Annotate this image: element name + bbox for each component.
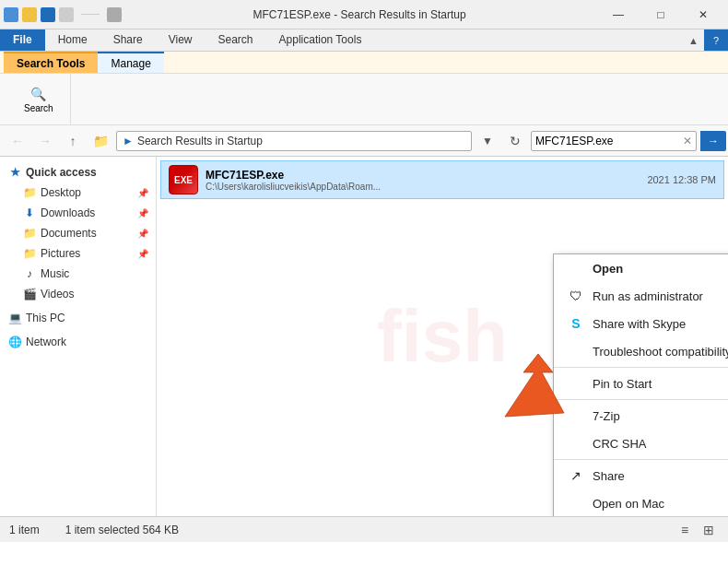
pc-icon: 💻 [7,311,22,325]
sidebar-header-quick-access[interactable]: ★ Quick access [0,162,156,183]
search-box[interactable]: ✕ [531,131,697,151]
sidebar-item-documents[interactable]: 📁 Documents 📌 [0,223,156,243]
up-button[interactable]: ↑ [61,129,85,153]
mac-icon [567,494,585,512]
forward-button[interactable]: → [33,129,57,153]
pictures-label: Pictures [41,247,80,260]
skype-icon: S [567,314,585,333]
sidebar-this-pc: 💻 This PC [0,308,156,328]
cm-troubleshoot-label: Troubleshoot compatibility [593,345,728,359]
window-controls: — □ ✕ [597,0,724,29]
status-bar: 1 item 1 item selected 564 KB ≡ ⊞ [0,516,728,542]
close-button[interactable]: ✕ [682,0,724,29]
cm-item-share[interactable]: ↗ Share [554,462,728,489]
tab-file[interactable]: File [0,29,45,51]
path-text: Search Results in Startup [137,135,263,147]
cm-run-admin-label: Run as administrator [593,289,703,303]
title-bar-icons [4,7,122,22]
sidebar-item-this-pc[interactable]: 💻 This PC [0,308,156,328]
folder-icon-documents: 📁 [22,226,37,241]
cm-sep-1 [554,367,728,368]
folder-icon-desktop: 📁 [22,185,37,200]
details-view-button[interactable]: ⊞ [699,520,719,540]
search-go-button[interactable]: → [700,131,726,151]
sidebar-item-desktop[interactable]: 📁 Desktop 📌 [0,183,156,203]
sidebar-item-network[interactable]: 🌐 Network [0,332,156,352]
cm-crc-sha-label: CRC SHA [593,437,647,451]
tab-share[interactable]: Share [100,29,156,51]
tab-search-tools[interactable]: Search Tools [4,52,98,73]
file-path: C:\Users\karolisliucveikis\AppData\Roam.… [205,182,640,192]
path-arrow: ► [123,135,134,147]
music-label: Music [41,267,69,280]
ribbon-secondary-tabs: Search Tools Manage [0,52,728,74]
pin-start-icon [567,374,585,393]
videos-label: Videos [41,288,74,300]
main-layout: ★ Quick access 📁 Desktop 📌 ⬇ Downloads 📌… [0,157,728,516]
sidebar-network: 🌐 Network [0,332,156,352]
minimize-button[interactable]: — [597,0,640,29]
sidebar-item-music[interactable]: ♪ Music [0,264,156,284]
search-clear-icon[interactable]: ✕ [683,135,692,147]
share-icon: ↗ [567,466,585,485]
cm-item-open-mac[interactable]: Open on Mac [554,489,728,516]
address-path[interactable]: ► Search Results in Startup [116,131,472,151]
pin-icon-downloads: 📌 [137,208,148,218]
file-item-mfc71esp[interactable]: EXE MFC71ESP.exe C:\Users\karolisliucvei… [160,160,724,199]
cm-item-pin-start[interactable]: Pin to Start [554,370,728,397]
downloads-label: Downloads [41,206,95,219]
address-dropdown[interactable]: ▼ [476,131,499,151]
collapse-btn[interactable]: ▲ [683,29,704,51]
path-icon: 📁 [88,129,112,153]
this-pc-label: This PC [26,312,65,324]
tab-home[interactable]: Home [45,29,100,51]
tab-view[interactable]: View [156,29,205,51]
open-icon [567,259,585,277]
pin-icon-documents: 📌 [137,229,148,239]
app-icon-3 [41,7,55,22]
network-label: Network [26,336,66,348]
tab-manage[interactable]: Manage [98,52,163,73]
desktop-label: Desktop [41,186,81,199]
cm-item-troubleshoot[interactable]: Troubleshoot compatibility [554,337,728,365]
troubleshoot-icon [567,342,585,360]
file-date: 2021 12:38 PM [647,174,716,185]
cm-item-run-admin[interactable]: 🛡 Run as administrator [554,282,728,310]
cm-item-7zip[interactable]: 7-Zip › [554,402,728,430]
tab-application-tools[interactable]: Application Tools [266,29,375,51]
context-menu: Open 🛡 Run as administrator S Share with… [553,253,728,516]
title-bar: MFC71ESP.exe - Search Results in Startup… [0,0,728,29]
refresh-button[interactable]: ↻ [503,131,527,151]
divider [81,14,100,15]
cm-share-skype-label: Share with Skype [593,317,686,331]
cm-sep-3 [554,459,728,460]
help-btn[interactable]: ? [704,29,728,51]
window-title: MFC71ESP.exe - Search Results in Startup [122,8,597,21]
tab-search[interactable]: Search [205,29,266,51]
watermark: fish [377,294,508,379]
tab-spacer [374,29,683,51]
folder-icon-pictures: 📁 [22,246,37,261]
7zip-icon [567,406,585,425]
list-view-button[interactable]: ≡ [675,520,695,540]
pin-icon-pictures: 📌 [137,249,148,259]
video-icon: 🎬 [22,287,37,301]
ribbon-btn-search[interactable]: 🔍 Search [18,83,59,115]
file-name: MFC71ESP.exe [205,169,640,182]
ribbon-group-search: 🔍 Search [7,74,71,124]
sidebar-item-pictures[interactable]: 📁 Pictures 📌 [0,243,156,264]
quick-access-label: Quick access [26,166,97,179]
documents-label: Documents [41,227,97,240]
cm-item-share-skype[interactable]: S Share with Skype [554,310,728,337]
undo-icon[interactable] [107,7,122,22]
back-button[interactable]: ← [6,129,29,153]
status-bar-right: ≡ ⊞ [675,520,719,540]
cm-item-crc-sha[interactable]: CRC SHA › [554,430,728,457]
music-icon: ♪ [22,266,37,281]
sidebar-item-downloads[interactable]: ⬇ Downloads 📌 [0,203,156,223]
star-icon: ★ [7,165,22,180]
sidebar-item-videos[interactable]: 🎬 Videos [0,284,156,304]
cm-item-open[interactable]: Open [554,254,728,282]
maximize-button[interactable]: □ [640,0,682,29]
search-input[interactable] [535,135,679,147]
